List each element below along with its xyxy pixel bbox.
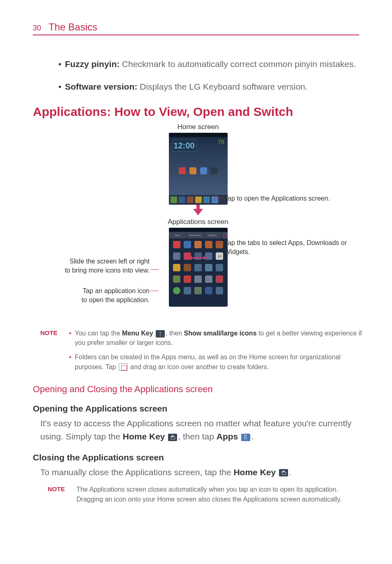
diagram-area: Home screen 12:00 70 Tap to <box>33 123 363 324</box>
home-key-label-2: Home Key <box>233 467 276 477</box>
app-icon <box>194 287 202 294</box>
app-icon <box>184 264 191 271</box>
app-icon <box>184 241 191 248</box>
app-grid-row <box>171 275 225 283</box>
content-area: • Fuzzy pinyin: Checkmark to automatical… <box>33 58 363 508</box>
app-icon <box>184 287 191 294</box>
dock-icon <box>195 196 202 203</box>
dock-icon <box>179 196 185 203</box>
apps-icon <box>241 434 250 441</box>
apps-label: Apps <box>217 432 238 441</box>
app-grid-row <box>171 241 225 248</box>
note-block-2: NOTE The Applications screen closes auto… <box>33 485 363 504</box>
calendar-icon: 10 <box>216 252 223 260</box>
page-header: 30 The Basics <box>33 21 359 35</box>
callout-tap-2: to open the application. <box>82 296 150 303</box>
app-icon <box>173 252 180 260</box>
app-icon <box>205 287 212 294</box>
dock-bar <box>169 195 228 205</box>
note-content-2: The Applications screen closes automatic… <box>76 485 363 504</box>
bullet-fuzzy-pinyin: • Fuzzy pinyin: Checkmark to automatical… <box>33 58 363 71</box>
app-icon <box>189 167 196 174</box>
clock-widget: 12:00 <box>172 139 197 152</box>
tab-menu <box>222 232 228 238</box>
app-icon <box>173 241 180 248</box>
closing-text-1: To manually close the Applications scree… <box>40 467 233 477</box>
highlighted-app-icon <box>173 275 180 283</box>
heading-closing: Closing the Applications screen <box>33 453 363 462</box>
opening-text-3: . <box>251 432 254 441</box>
closing-text-2: . <box>289 467 291 477</box>
app-icon <box>216 275 223 283</box>
note-bullet-1: You can tap the Menu Key , then Show sma… <box>69 328 363 347</box>
status-bar <box>169 133 228 137</box>
show-icons-label: Show small/large icons <box>184 330 257 337</box>
tabs-header: Apps Downloads Widgets <box>169 232 228 238</box>
app-icon <box>173 264 180 271</box>
apps-screen-label: Applications screen <box>33 218 363 226</box>
app-icon <box>173 287 180 294</box>
home-screen-mockup: 12:00 70 <box>169 133 228 205</box>
home-key-label: Home Key <box>123 432 165 441</box>
note1-text-b: , then <box>166 330 184 337</box>
callout-line <box>150 291 159 291</box>
opening-text: It's easy to access the Applications scr… <box>33 417 363 444</box>
callout-tabs: Tap the tabs to select Apps, Downloads o… <box>224 238 363 256</box>
tab-apps: Apps <box>169 232 187 238</box>
dock-icon <box>171 196 177 203</box>
software-version-text: Displays the LG Keyboard software versio… <box>137 82 307 91</box>
main-heading: Applications: How to View, Open and Swit… <box>33 105 363 119</box>
fuzzy-pinyin-text: Checkmark to automatically correct commo… <box>120 59 356 69</box>
page-number: 30 <box>33 24 41 32</box>
callout-slide-1: Slide the screen left or right <box>69 258 150 265</box>
app-icon <box>211 167 218 174</box>
callout-tap-1: Tap an application icon <box>83 287 150 294</box>
app-icon <box>194 252 202 260</box>
app-icon <box>179 167 186 174</box>
app-icon <box>194 241 202 248</box>
callout-apps-button: Tap to open the Applications screen. <box>224 194 330 203</box>
bullet-dot: • <box>58 80 61 94</box>
highlight-circle-icon <box>223 233 227 238</box>
opening-text-2: , then tap <box>178 432 216 441</box>
callout-slide: Slide the screen left or right to bring … <box>59 257 150 275</box>
menu-key-label: Menu Key <box>122 330 153 337</box>
tab-downloads: Downloads <box>187 232 204 238</box>
horizontal-arrow-icon <box>191 257 204 259</box>
weather-widget: 70 <box>200 139 224 159</box>
app-icon <box>194 264 202 271</box>
note1-line2b: and drag an icon over another to create … <box>129 363 269 370</box>
note-content: You can tap the Menu Key , then Show sma… <box>69 328 363 377</box>
app-icon <box>205 264 212 271</box>
apps-screen-mockup: Apps Downloads Widgets <box>169 228 228 307</box>
software-version-label: Software version: <box>65 82 137 91</box>
app-icon <box>205 252 212 260</box>
status-bar <box>169 228 228 232</box>
bullet-software-version: • Software version: Displays the LG Keyb… <box>33 80 363 94</box>
app-icon <box>205 275 212 283</box>
app-grid-row <box>171 264 225 271</box>
app-icon <box>194 275 202 283</box>
home-icon-row <box>169 166 228 176</box>
dock-icon <box>187 196 194 203</box>
callout-line <box>214 198 224 198</box>
note-label: NOTE <box>40 328 65 377</box>
app-icon <box>184 275 191 283</box>
bullet-dot: • <box>58 58 61 71</box>
section-title: The Basics <box>48 21 97 33</box>
closing-text: To manually close the Applications scree… <box>33 466 363 479</box>
home-screen-label: Home screen <box>33 123 363 131</box>
fuzzy-pinyin-label: Fuzzy pinyin: <box>65 59 120 69</box>
app-grid: 10 <box>169 238 228 301</box>
note-label-2: NOTE <box>48 485 72 504</box>
callout-line <box>150 269 159 270</box>
app-grid-row: 10 <box>171 252 225 260</box>
heading-opening: Opening the Applications screen <box>33 404 363 414</box>
app-icon <box>205 241 212 248</box>
menu-key-icon <box>156 330 165 337</box>
home-key-icon <box>279 469 288 476</box>
note-block-1: NOTE You can tap the Menu Key , then Sho… <box>33 328 363 377</box>
arrow-down-icon <box>193 209 203 215</box>
app-grid-row <box>171 287 225 294</box>
callout-tap-icon: Tap an application icon to open the appl… <box>74 287 150 304</box>
